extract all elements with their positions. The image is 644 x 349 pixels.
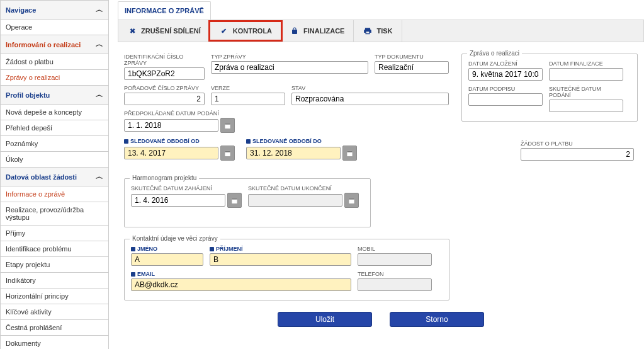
id-input[interactable] xyxy=(124,67,205,80)
svg-rect-3 xyxy=(225,151,230,152)
label-sign: DATUM PODPISU xyxy=(468,86,543,92)
svg-rect-1 xyxy=(225,123,230,124)
tab-informace[interactable]: INFORMACE O ZPRÁVĚ xyxy=(118,1,211,20)
sidebar-item-datova[interactable]: Datová oblast žádosti︿ xyxy=(1,168,108,186)
start-input[interactable] xyxy=(131,194,225,207)
state-input[interactable] xyxy=(291,93,449,105)
close-icon: ✖ xyxy=(127,26,137,36)
label-doctype: TYP DOKUMENTU xyxy=(375,54,449,60)
calendar-icon[interactable] xyxy=(220,146,235,161)
sidebar-item-klicove[interactable]: Klíčové aktivity xyxy=(1,304,108,320)
fieldset-harmonogram: Harmonogram projektu SKUTEČNÉ DATUM ZAHÁ… xyxy=(124,178,371,227)
order-input[interactable] xyxy=(124,93,205,105)
calendar-icon[interactable] xyxy=(220,118,235,133)
sidebar-item-zpravy[interactable]: Zprávy o realizaci xyxy=(1,70,108,86)
label-submit: SKUTEČNÉ DATUM PODÁNÍ xyxy=(549,86,623,98)
toolbar-finalizace[interactable]: FINALIZACE xyxy=(281,20,354,42)
svg-rect-5 xyxy=(347,151,352,152)
type-input[interactable] xyxy=(211,61,368,74)
planned-input[interactable] xyxy=(124,119,218,132)
doctype-input[interactable] xyxy=(375,61,449,74)
label-order: POŘADOVÉ ČÍSLO ZPRÁVY xyxy=(124,85,205,91)
label-period-to: SLEDOVANÉ OBDOBÍ DO xyxy=(246,138,357,144)
version-input[interactable] xyxy=(211,93,285,105)
toolbar-zruseni[interactable]: ✖ ZRUŠENÍ SDÍLENÍ xyxy=(118,20,210,42)
calendar-icon[interactable] xyxy=(344,193,359,208)
label-planned: PŘEDPOKLÁDANÉ DATUM PODÁNÍ xyxy=(124,110,235,117)
label-email: EMAIL xyxy=(131,271,351,277)
print-icon xyxy=(363,26,373,36)
sidebar-item-etapy[interactable]: Etapy projektu xyxy=(1,257,108,273)
name-input[interactable] xyxy=(131,253,203,266)
sidebar-item-indikatory[interactable]: Indikátory xyxy=(1,273,108,289)
label-end: SKUTEČNÉ DATUM UKONČENÍ xyxy=(248,185,359,192)
toolbar-kontrola[interactable]: ✔ KONTROLA xyxy=(208,20,283,42)
svg-rect-9 xyxy=(349,198,354,199)
mobile-input xyxy=(358,253,432,266)
fieldset-contact: Kontaktní údaje ve věci zprávy JMÉNO PŘÍ… xyxy=(124,239,449,300)
sidebar-item-ukoly[interactable]: Úkoly xyxy=(1,152,108,168)
sidebar-item-prijmy[interactable]: Příjmy xyxy=(1,226,108,241)
chevron-up-icon: ︿ xyxy=(96,89,103,100)
label-mobile: MOBIL xyxy=(358,246,432,252)
toolbar: ✖ ZRUŠENÍ SDÍLENÍ ✔ KONTROLA FINALIZACE … xyxy=(118,20,644,42)
sidebar-item-navigace[interactable]: Navigace︿ xyxy=(1,1,108,20)
legend-realizace: Zpráva o realizaci xyxy=(467,50,522,57)
payment-input[interactable] xyxy=(521,148,634,161)
period-from-input[interactable] xyxy=(124,147,218,159)
chevron-up-icon: ︿ xyxy=(96,171,103,182)
svg-rect-7 xyxy=(232,198,237,199)
legend-harmonogram: Harmonogram projektu xyxy=(130,174,199,181)
label-id: IDENTIFIKAČNÍ ČÍSLO ZPRÁVY xyxy=(124,54,205,66)
sidebar: Navigace︿ Operace Informování o realizac… xyxy=(0,0,109,349)
sign-input[interactable] xyxy=(468,93,543,106)
finalize-input[interactable] xyxy=(549,68,623,81)
sidebar-item-profil[interactable]: Profil objektu︿ xyxy=(1,86,108,105)
label-founded: DATUM ZALOŽENÍ xyxy=(468,60,543,67)
label-surname: PŘÍJMENÍ xyxy=(210,246,351,252)
check-icon: ✔ xyxy=(219,26,229,36)
label-phone: TELEFON xyxy=(358,271,432,277)
chevron-up-icon: ︿ xyxy=(96,4,103,15)
label-name: JMÉNO xyxy=(131,246,203,252)
toolbar-tisk[interactable]: TISK xyxy=(354,20,402,42)
sidebar-item-realizace[interactable]: Realizace, provoz/údržba výstupu xyxy=(1,202,108,226)
label-start: SKUTEČNÉ DATUM ZAHÁJENÍ xyxy=(131,185,242,192)
sidebar-item-zadost[interactable]: Žádost o platbu xyxy=(1,54,108,70)
calendar-icon[interactable] xyxy=(342,146,357,161)
label-finalize: DATUM FINALIZACE xyxy=(549,60,623,67)
sidebar-item-informace[interactable]: Informace o zprávě xyxy=(1,186,108,202)
sidebar-item-prehled[interactable]: Přehled depeší xyxy=(1,120,108,136)
sidebar-item-operace[interactable]: Operace xyxy=(1,20,108,35)
chevron-up-icon: ︿ xyxy=(96,39,103,50)
legend-contact: Kontaktní údaje ve věci zprávy xyxy=(130,235,220,242)
label-state: STAV xyxy=(291,85,449,91)
calendar-icon[interactable] xyxy=(227,193,242,208)
sidebar-item-poznamky[interactable]: Poznámky xyxy=(1,136,108,152)
sidebar-item-horizontalni[interactable]: Horizontální principy xyxy=(1,289,108,304)
main-content: INFORMACE O ZPRÁVĚ ✖ ZRUŠENÍ SDÍLENÍ ✔ K… xyxy=(118,0,644,349)
sidebar-item-informovani[interactable]: Informování o realizaci︿ xyxy=(1,35,108,54)
sidebar-item-identifikace[interactable]: Identifikace problému xyxy=(1,241,108,257)
label-version: VERZE xyxy=(211,85,285,91)
lock-icon xyxy=(290,26,300,36)
label-type: TYP ZPRÁVY xyxy=(211,54,368,60)
period-to-input[interactable] xyxy=(246,147,341,159)
cancel-button[interactable]: Storno xyxy=(390,312,484,327)
label-period-from: SLEDOVANÉ OBDOBÍ OD xyxy=(124,138,235,144)
sidebar-item-cestna[interactable]: Čestná prohlášení xyxy=(1,320,108,336)
sidebar-item-dokumenty[interactable]: Dokumenty xyxy=(1,336,108,349)
sidebar-item-depese[interactable]: Nová depeše a koncepty xyxy=(1,105,108,120)
phone-input xyxy=(358,278,432,291)
fieldset-realizace: Zpráva o realizaci DATUM ZALOŽENÍ DATUM … xyxy=(461,54,638,122)
label-payment: ŽÁDOST O PLATBU xyxy=(521,140,634,147)
end-input xyxy=(248,194,342,207)
surname-input[interactable] xyxy=(210,253,351,266)
save-button[interactable]: Uložit xyxy=(278,312,372,327)
email-input[interactable] xyxy=(131,278,351,291)
founded-input[interactable] xyxy=(468,68,543,81)
submit-input[interactable] xyxy=(549,100,623,112)
